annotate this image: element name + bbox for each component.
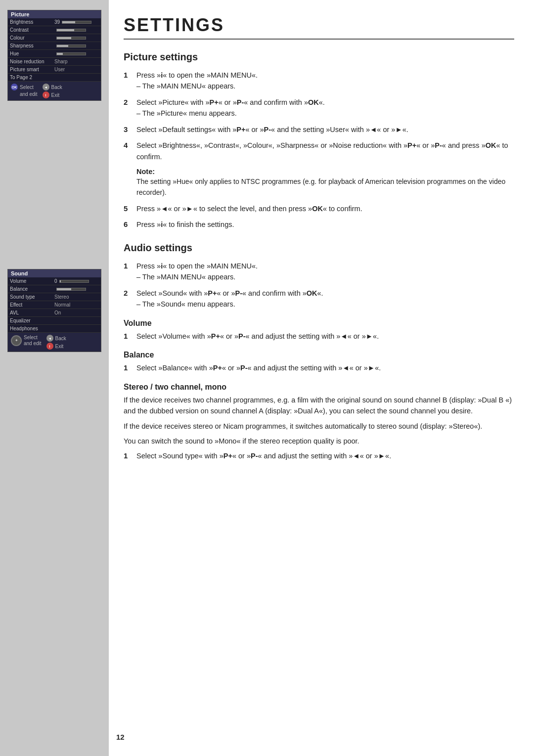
back-label: Back [51,85,62,90]
bar-fill [57,37,71,39]
back-button-sound[interactable]: ◄ [46,335,53,342]
bar-container [56,52,86,55]
row-label: Sharpness [10,43,54,48]
bar-number: 0 [54,278,57,284]
menu-row: Volume0 [8,277,101,285]
stereo-para2: If the device receives stereo or Nicam p… [124,421,514,432]
sound-back-item: ◄ Back [46,335,66,342]
page-title: SETTINGS [124,15,514,40]
sound-select-label: Select [24,335,42,340]
exit-label: Exit [51,92,60,98]
row-value: Normal [54,302,99,308]
list-item: 1Select »Balance« with »P+« or »P-« and … [124,362,514,374]
bar-fill [57,45,68,47]
page-number: 12 [116,733,125,741]
row-label: To Page 2 [10,75,54,80]
list-item: 1Press »i« to open the »MAIN MENU«.– The… [124,261,514,283]
menu-row: Hue [8,50,101,58]
back-button-picture[interactable]: ◄ [43,84,49,90]
picture-steps-list: 1Press »i« to open the »MAIN MENU«.– The… [124,70,514,162]
audio-settings-title: Audio settings [124,242,514,254]
menu-row: AVLOn [8,309,101,317]
stereo-title: Stereo / two channel, mono [124,383,514,392]
bar-container [56,288,86,291]
menu-row: Equalizer [8,317,101,325]
list-item: 1Select »Volume« with »P+« or »P-« and a… [124,331,514,342]
picture-menu-footer: OK Select and edit ◄ Back i Exit [8,82,101,100]
picture-exit-item: i Exit [43,91,62,98]
picture-footer-left: OK Select and edit [11,84,38,98]
row-value: Stereo [54,294,99,300]
step-number: 5 [124,203,132,215]
list-item: 6Press »i« to finish the settings. [124,219,514,230]
step-content: Press »◄« or »►« to select the level, an… [136,203,514,215]
row-label: Picture smart [10,67,54,72]
menu-row: EffectNormal [8,301,101,309]
stereo-steps: 1Select »Sound type« with »P+« or »P-« a… [124,450,514,462]
bar-fill [62,21,75,23]
row-label: Brightness [10,19,54,25]
picture-note: Note: The setting »Hue« only applies to … [136,167,514,198]
row-value: On [54,310,99,315]
menu-row: Headphones [8,325,101,333]
menu-row: Brightness39 [8,18,101,26]
note-label: Note: [136,168,155,176]
step-number: 1 [124,331,132,342]
audio-steps1-list: 1Press »i« to open the »MAIN MENU«.– The… [124,261,514,310]
stereo-para1: If the device receives two channel progr… [124,395,514,417]
picture-edit-item: and edit [11,91,38,97]
step-number: 1 [124,450,132,462]
bar-container [56,29,86,32]
list-item: 3Select »Default settings« with »P+« or … [124,124,514,135]
bar-fill [60,280,61,282]
sound-back-label: Back [55,336,66,341]
step-content: Select »Sound« with »P+« or »P-« and con… [136,288,514,310]
list-item: 1Select »Sound type« with »P+« or »P-« a… [124,450,514,462]
row-label: Volume [10,278,54,284]
picture-steps2-list: 5Press »◄« or »►« to select the level, a… [124,203,514,230]
list-item: 5Press »◄« or »►« to select the level, a… [124,203,514,215]
row-label: Noise reduction [10,59,54,64]
row-label: Colour [10,35,54,41]
sound-menu-footer: ✦ Select and edit ◄ Back i Exit [8,333,101,352]
nav-button-sound[interactable]: ✦ [11,335,22,346]
ok-button-picture[interactable]: OK [11,84,18,90]
step-content: Select »Brightness«, »Contrast«, »Colour… [136,140,514,162]
step-content: Select »Volume« with »P+« or »P-« and ad… [136,331,514,342]
sound-menu-title: Sound [8,269,101,277]
row-label: Equalizer [10,318,54,323]
row-label: Hue [10,51,54,56]
sound-exit-label: Exit [55,344,64,349]
step-number: 4 [124,140,132,162]
step-number: 6 [124,219,132,230]
step-content: Select »Balance« with »P+« or »P-« and a… [136,362,514,374]
step-content: Press »i« to open the »MAIN MENU«.– The … [136,70,514,92]
bar-container [56,37,86,40]
sound-footer-right: ◄ Back i Exit [46,335,66,350]
row-label: Headphones [10,326,54,331]
step-content: Select »Default settings« with »P+« or »… [136,124,514,135]
step-number: 1 [124,362,132,374]
list-item: 1Press »i« to open the »MAIN MENU«.– The… [124,70,514,92]
menu-row: Balance [8,285,101,293]
step-number: 1 [124,261,132,283]
balance-title: Balance [124,351,514,359]
exit-button-picture[interactable]: i [43,91,49,98]
step-content: Select »Sound type« with »P+« or »P-« an… [136,450,514,462]
bar-fill [57,29,74,31]
step-content: Press »i« to open the »MAIN MENU«.– The … [136,261,514,283]
edit-label: and edit [20,91,38,97]
row-label: AVL [10,310,54,315]
balance-steps: 1Select »Balance« with »P+« or »P-« and … [124,362,514,374]
row-value: User [54,67,99,72]
row-label: Effect [10,302,54,308]
step-number: 2 [124,97,132,119]
menu-row: To Page 2 [8,74,101,82]
exit-button-sound[interactable]: i [46,343,53,350]
picture-menu-box: Picture Brightness39ContrastColourSharpn… [7,10,101,101]
note-text: The setting »Hue« only applies to NTSC p… [136,177,514,198]
step-number: 2 [124,288,132,310]
picture-back-item: ◄ Back [43,84,62,90]
row-label: Sound type [10,294,54,300]
sound-select-item: ✦ Select and edit [11,335,42,346]
